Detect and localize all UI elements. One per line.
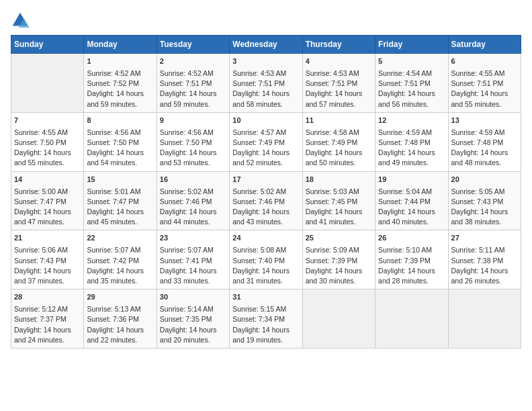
day-info: Sunset: 7:51 PM (232, 79, 299, 89)
calendar-cell (375, 289, 448, 349)
day-number: 31 (232, 292, 299, 303)
day-info: Daylight: 14 hours (87, 207, 153, 217)
day-info: Sunrise: 4:55 AM (451, 68, 518, 79)
day-info: Sunset: 7:51 PM (160, 79, 226, 89)
day-info: Daylight: 14 hours (306, 266, 372, 276)
page-header (11, 11, 521, 30)
day-info: Sunset: 7:43 PM (14, 256, 81, 266)
day-info: Daylight: 14 hours (232, 325, 299, 335)
day-info: and 26 minutes. (451, 276, 518, 286)
day-info: Sunrise: 5:12 AM (14, 304, 81, 314)
day-info: Daylight: 14 hours (160, 89, 226, 99)
calendar-cell: 12Sunrise: 4:59 AMSunset: 7:48 PMDayligh… (375, 112, 448, 171)
calendar-header-wednesday: Wednesday (230, 36, 302, 54)
day-info: Sunrise: 5:03 AM (306, 187, 372, 197)
day-info: and 43 minutes. (232, 217, 299, 227)
day-number: 19 (378, 175, 445, 185)
day-number: 8 (87, 116, 153, 126)
day-info: and 45 minutes. (87, 217, 153, 227)
day-info: Daylight: 14 hours (306, 89, 372, 99)
day-info: Daylight: 14 hours (306, 207, 372, 217)
calendar-week-row: 28Sunrise: 5:12 AMSunset: 7:37 PMDayligh… (11, 289, 521, 349)
day-info: Sunset: 7:39 PM (306, 256, 372, 266)
day-number: 3 (232, 56, 299, 67)
day-number: 5 (378, 56, 445, 67)
day-info: and 30 minutes. (306, 276, 372, 286)
day-number: 18 (306, 175, 372, 185)
day-info: Sunrise: 5:02 AM (232, 187, 299, 197)
calendar-cell: 28Sunrise: 5:12 AMSunset: 7:37 PMDayligh… (11, 289, 84, 349)
day-number: 6 (451, 56, 518, 67)
calendar-cell: 15Sunrise: 5:01 AMSunset: 7:47 PMDayligh… (84, 171, 157, 230)
day-info: Sunset: 7:36 PM (87, 314, 153, 324)
day-info: and 56 minutes. (378, 99, 445, 109)
day-info: Sunset: 7:51 PM (378, 79, 445, 89)
calendar-week-row: 7Sunrise: 4:55 AMSunset: 7:50 PMDaylight… (11, 112, 521, 171)
day-info: Sunset: 7:50 PM (87, 138, 153, 148)
day-info: Sunset: 7:47 PM (14, 197, 81, 207)
day-number: 28 (14, 292, 81, 303)
calendar-cell: 21Sunrise: 5:06 AMSunset: 7:43 PMDayligh… (11, 230, 84, 289)
day-info: Sunset: 7:35 PM (160, 314, 226, 324)
calendar-cell: 9Sunrise: 4:56 AMSunset: 7:50 PMDaylight… (157, 112, 229, 171)
day-number: 11 (306, 116, 372, 126)
day-number: 30 (160, 292, 226, 303)
day-info: Daylight: 14 hours (160, 325, 226, 335)
day-info: Sunrise: 5:04 AM (378, 187, 445, 197)
day-info: and 48 minutes. (451, 158, 518, 168)
calendar-cell: 4Sunrise: 4:53 AMSunset: 7:51 PMDaylight… (302, 54, 375, 113)
day-info: Sunrise: 4:59 AM (378, 128, 445, 138)
day-info: Daylight: 14 hours (378, 89, 445, 99)
day-info: and 38 minutes. (451, 217, 518, 227)
day-info: Daylight: 14 hours (87, 325, 153, 335)
day-info: Sunset: 7:37 PM (14, 314, 81, 324)
day-info: Daylight: 14 hours (378, 148, 445, 158)
day-info: Sunset: 7:38 PM (451, 256, 518, 266)
calendar-cell: 26Sunrise: 5:10 AMSunset: 7:39 PMDayligh… (375, 230, 448, 289)
day-info: Sunrise: 5:14 AM (160, 304, 226, 314)
day-info: and 31 minutes. (232, 276, 299, 286)
day-info: and 28 minutes. (378, 276, 445, 286)
calendar-cell: 7Sunrise: 4:55 AMSunset: 7:50 PMDaylight… (11, 112, 84, 171)
day-info: and 44 minutes. (160, 217, 226, 227)
calendar-cell: 22Sunrise: 5:07 AMSunset: 7:42 PMDayligh… (84, 230, 157, 289)
day-info: Daylight: 14 hours (14, 148, 81, 158)
day-number: 27 (451, 233, 518, 244)
day-number: 7 (14, 116, 81, 126)
day-info: Sunrise: 5:15 AM (232, 304, 299, 314)
day-info: Daylight: 14 hours (378, 266, 445, 276)
day-info: Sunrise: 5:02 AM (160, 187, 226, 197)
day-info: Sunrise: 4:58 AM (306, 128, 372, 138)
day-info: Sunrise: 4:52 AM (160, 68, 226, 79)
calendar-cell (302, 289, 375, 349)
day-info: Sunrise: 5:09 AM (306, 245, 372, 255)
day-info: Sunset: 7:48 PM (378, 138, 445, 148)
day-info: Sunset: 7:52 PM (87, 79, 153, 89)
day-info: Daylight: 14 hours (14, 266, 81, 276)
calendar-cell: 30Sunrise: 5:14 AMSunset: 7:35 PMDayligh… (157, 289, 229, 349)
day-info: and 59 minutes. (87, 99, 153, 109)
day-info: Daylight: 14 hours (232, 89, 299, 99)
day-info: Sunrise: 5:13 AM (87, 304, 153, 314)
day-info: and 53 minutes. (160, 158, 226, 168)
day-info: Sunrise: 4:53 AM (232, 68, 299, 79)
day-info: Daylight: 14 hours (87, 148, 153, 158)
day-info: Sunset: 7:43 PM (451, 197, 518, 207)
day-info: and 40 minutes. (378, 217, 445, 227)
day-info: Sunset: 7:42 PM (87, 256, 153, 266)
calendar-header-row: SundayMondayTuesdayWednesdayThursdayFrid… (11, 36, 521, 54)
day-info: Daylight: 14 hours (232, 207, 299, 217)
day-info: Sunset: 7:51 PM (451, 79, 518, 89)
day-info: Sunset: 7:49 PM (306, 138, 372, 148)
day-info: and 41 minutes. (306, 217, 372, 227)
day-info: Sunrise: 5:05 AM (451, 187, 518, 197)
day-info: Sunrise: 5:00 AM (14, 187, 81, 197)
calendar-header-saturday: Saturday (448, 36, 521, 54)
calendar-cell: 18Sunrise: 5:03 AMSunset: 7:45 PMDayligh… (302, 171, 375, 230)
day-info: Sunrise: 5:07 AM (160, 245, 226, 255)
calendar-cell: 27Sunrise: 5:11 AMSunset: 7:38 PMDayligh… (448, 230, 521, 289)
day-info: Sunset: 7:47 PM (87, 197, 153, 207)
day-number: 29 (87, 292, 153, 303)
calendar-header-friday: Friday (375, 36, 448, 54)
day-info: Sunrise: 4:52 AM (87, 68, 153, 79)
